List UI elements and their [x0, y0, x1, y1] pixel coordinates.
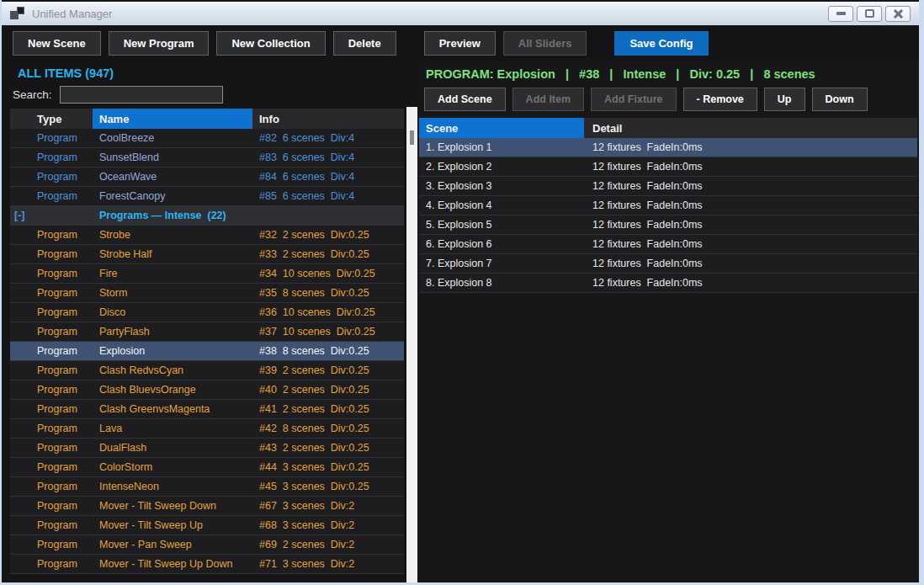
titlebar[interactable]: Unified Manager — [2, 0, 919, 25]
cell-info: #84 6 scenes Div:4 — [252, 171, 404, 183]
scene-row[interactable]: 3. Explosion 3 12 fixtures FadeIn:0ms — [419, 177, 917, 196]
cell-detail: 12 fixtures FadeIn:0ms — [584, 238, 917, 250]
table-row[interactable]: Program Mover - Tilt Sweep Down #67 3 sc… — [10, 497, 404, 516]
scene-row[interactable]: 4. Explosion 4 12 fixtures FadeIn:0ms — [419, 196, 917, 215]
table-row[interactable]: Program ForestCanopy #85 6 scenes Div:4 — [10, 187, 404, 206]
cell-name: OceanWave — [93, 171, 252, 183]
cell-type: Program — [32, 171, 93, 183]
left-scrollbar[interactable] — [406, 107, 417, 582]
add-scene-button[interactable]: Add Scene — [424, 88, 506, 111]
scenes-table-header: Scene Detail — [419, 118, 917, 138]
all-items-title: ALL ITEMS (947) — [2, 61, 406, 83]
cell-type: Program — [32, 306, 93, 318]
cell-type: Program — [32, 287, 93, 299]
table-row[interactable]: Program Clash RedvsCyan #39 2 scenes Div… — [10, 361, 404, 380]
table-row[interactable]: Program Storm #35 8 scenes Div:0.25 — [10, 284, 404, 303]
cell-info: #36 10 scenes Div:0.25 — [252, 306, 404, 318]
delete-button[interactable]: Delete — [333, 31, 396, 56]
cell-scene: 5. Explosion 5 — [419, 219, 584, 231]
cell-type: Program — [32, 190, 93, 202]
table-row[interactable]: Program SunsetBlend #83 6 scenes Div:4 — [10, 148, 404, 168]
down-button[interactable]: Down — [812, 88, 868, 111]
add-item-button: Add Item — [512, 88, 584, 111]
table-row[interactable]: Program Lava #42 8 scenes Div:0.25 — [10, 419, 404, 439]
scene-row-1-selected[interactable]: 1. Explosion 1 12 fixtures FadeIn:0ms — [419, 138, 917, 157]
cell-type: Program — [32, 519, 93, 531]
cell-type: Program — [32, 481, 93, 492]
remove-button[interactable]: - Remove — [683, 88, 757, 111]
search-label: Search: — [13, 88, 52, 101]
cell-type: Program — [32, 132, 93, 144]
toolbar: New SceneNew ProgramNew CollectionDelete… — [2, 25, 919, 61]
cell-info: #68 3 scenes Div:2 — [252, 519, 404, 531]
table-row[interactable]: Program Fire #34 10 scenes Div:0.25 — [10, 264, 404, 284]
table-row[interactable]: Program Clash GreenvsMagenta #41 2 scene… — [10, 400, 404, 419]
table-row[interactable]: Program Mover - Tilt Sweep Up #68 3 scen… — [10, 516, 404, 535]
up-button[interactable]: Up — [764, 88, 805, 111]
new-program-button[interactable]: New Program — [109, 31, 210, 56]
add-fixture-button: Add Fixture — [591, 88, 676, 111]
scrollbar-thumb[interactable] — [410, 130, 414, 145]
maximize-button[interactable] — [857, 6, 882, 22]
new-collection-button[interactable]: New Collection — [216, 31, 325, 56]
column-header-type[interactable]: Type — [32, 109, 93, 129]
cell-scene: 2. Explosion 2 — [419, 161, 584, 173]
table-row[interactable]: Program ColorStorm #44 3 scenes Div:0.25 — [10, 458, 404, 477]
save-config-button[interactable]: Save Config — [614, 31, 708, 56]
table-row[interactable]: Program CoolBreeze #82 6 scenes Div:4 — [10, 129, 404, 148]
table-row[interactable]: Program PartyFlash #37 10 scenes Div:0.2… — [10, 322, 404, 342]
scene-row[interactable]: 6. Explosion 6 12 fixtures FadeIn:0ms — [419, 235, 917, 254]
table-row[interactable]: Program Mover - Pan Sweep #69 2 scenes D… — [10, 535, 404, 555]
table-row[interactable]: Program DualFlash #43 2 scenes Div:0.25 — [10, 439, 404, 458]
cell-info: #41 2 scenes Div:0.25 — [252, 403, 404, 415]
minimize-button[interactable] — [828, 6, 853, 22]
table-row[interactable]: Program Clash BluevsOrange #40 2 scenes … — [10, 380, 404, 400]
cell-type: Program — [32, 152, 93, 163]
cell-name: Clash BluevsOrange — [93, 384, 252, 396]
all-sliders-button: All Sliders — [503, 31, 587, 56]
cell-type: Program — [32, 326, 93, 338]
cell-info: #34 10 scenes Div:0.25 — [252, 268, 404, 279]
app-icon — [10, 7, 24, 20]
cell-scene: 3. Explosion 3 — [419, 180, 584, 192]
window: Unified Manager New SceneNew ProgramNew … — [0, 0, 924, 585]
minimize-icon — [836, 12, 846, 15]
column-header-scene[interactable]: Scene — [419, 118, 584, 138]
close-button[interactable] — [885, 6, 911, 22]
table-row[interactable]: Program Mover - Tilt Sweep Up Down #71 3… — [10, 555, 404, 574]
cell-name: Programs — Intense (22) — [93, 210, 252, 221]
cell-info: #67 3 scenes Div:2 — [252, 500, 404, 512]
group-row-programs-intense[interactable]: [-] Programs — Intense (22) — [10, 206, 404, 226]
search-input[interactable] — [60, 86, 223, 104]
new-scene-button[interactable]: New Scene — [13, 31, 101, 56]
window-title: Unified Manager — [32, 8, 112, 20]
cell-name: ColorStorm — [93, 461, 252, 473]
cell-type: Program — [32, 558, 93, 570]
collapse-toggle[interactable]: [-] — [10, 210, 32, 221]
cell-scene: 4. Explosion 4 — [419, 199, 584, 211]
scene-row[interactable]: 2. Explosion 2 12 fixtures FadeIn:0ms — [419, 157, 917, 177]
column-header-detail[interactable]: Detail — [584, 118, 917, 138]
table-row[interactable]: Program OceanWave #84 6 scenes Div:4 — [10, 168, 404, 187]
scene-row[interactable]: 7. Explosion 7 12 fixtures FadeIn:0ms — [419, 254, 917, 274]
cell-type: Program — [32, 539, 93, 550]
table-row-explosion-selected[interactable]: Program Explosion #38 8 scenes Div:0.25 — [10, 342, 404, 361]
preview-button[interactable]: Preview — [424, 31, 496, 56]
scene-row[interactable]: 8. Explosion 8 12 fixtures FadeIn:0ms — [419, 274, 917, 293]
column-header-name[interactable]: Name — [93, 109, 252, 129]
cell-type: Program — [32, 229, 93, 241]
table-row[interactable]: Program Strobe #32 2 scenes Div:0.25 — [10, 226, 404, 245]
cell-info: #83 6 scenes Div:4 — [252, 152, 404, 163]
column-header-info[interactable]: Info — [252, 109, 404, 129]
cell-type: Program — [32, 500, 93, 512]
table-row[interactable]: Program Strobe Half #33 2 scenes Div:0.2… — [10, 245, 404, 264]
cell-name: Explosion — [93, 345, 252, 357]
cell-name: Mover - Pan Sweep — [93, 539, 252, 550]
cell-info: #33 2 scenes Div:0.25 — [252, 248, 404, 260]
cell-type: Program — [32, 364, 93, 376]
cell-info: #37 10 scenes Div:0.25 — [252, 326, 404, 338]
scene-row[interactable]: 5. Explosion 5 12 fixtures FadeIn:0ms — [419, 215, 917, 235]
table-row[interactable]: Program IntenseNeon #45 3 scenes Div:0.2… — [10, 477, 404, 497]
table-row[interactable]: Program Disco #36 10 scenes Div:0.25 — [10, 303, 404, 322]
scenes-table: Scene Detail 1. Explosion 1 12 fixtures … — [419, 118, 917, 293]
